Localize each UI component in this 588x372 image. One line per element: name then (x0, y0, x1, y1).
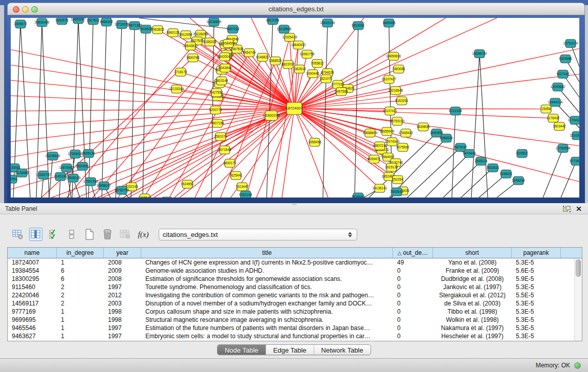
table-row[interactable]: 911546021997Tourette syndrome. Phenomeno… (8, 283, 582, 291)
graph-node-label: 15751074 (563, 41, 578, 45)
graph-node-label: 8813054 (266, 18, 279, 22)
cell: Franke et al. (2009) (433, 267, 512, 275)
column-header-pagerank[interactable]: pagerank (512, 248, 561, 258)
graph-node-label: 9639895 (417, 125, 430, 128)
table-row[interactable]: 946554611997Estimation of the future num… (8, 324, 582, 332)
graph-node-label: 2520651 (76, 164, 89, 168)
close-panel-button[interactable]: ✕ (576, 205, 582, 213)
graph-node-label: 6914061 (352, 24, 365, 27)
create-table-icon[interactable] (83, 228, 96, 241)
graph-node-label: 8163261 (395, 99, 408, 102)
right-margin (585, 5, 588, 203)
cell: 5.3E-5 (512, 308, 561, 316)
cell: 0 (393, 275, 433, 283)
table-select[interactable]: citations_edges.txt (159, 229, 357, 240)
cell: 5.9E-5 (512, 275, 561, 283)
table-row[interactable]: 1830029562008Estimation of significance … (8, 275, 582, 283)
graph-node-label: 7613447 (235, 185, 249, 188)
scrollbar-thumb[interactable] (576, 259, 581, 277)
graph-node-label: 7625441 (229, 173, 243, 177)
float-panel-button[interactable] (563, 206, 571, 212)
graph-node[interactable] (162, 197, 172, 198)
graph-node-label: 9227342 (556, 72, 570, 76)
cell: 22420046 (8, 291, 57, 299)
graph-node-label: 2803144 (215, 79, 228, 82)
table-row[interactable]: 1456911722003Disruption of a novel membe… (8, 299, 582, 308)
table-row[interactable]: 969969511998Structural magnetic resonanc… (8, 316, 582, 324)
graph-node-label: 2935114 (475, 159, 488, 163)
graph-node-label: 9890788 (186, 56, 200, 59)
cell: Tibbo et al. (1998) (433, 308, 512, 316)
table-row[interactable]: 1872400712008Changes of HCN gene express… (8, 258, 582, 267)
graph-node-label: 6794028 (321, 71, 334, 74)
table-settings-icon[interactable] (11, 228, 25, 241)
graph-node-label: 10760554 (556, 146, 571, 150)
cell: 5.3E-5 (512, 324, 561, 332)
delete-table-icon[interactable] (101, 228, 114, 241)
graph-node-label: 18640910 (291, 43, 306, 47)
cell: 2008 (104, 275, 141, 283)
graph-node-label: 6466160 (100, 20, 113, 24)
table-row[interactable]: 977716911998Corpus callosum shape and si… (8, 308, 582, 316)
function-builder-icon[interactable]: f(x) (137, 228, 150, 241)
network-window: citations_edges.txt 18724007183002957963… (7, 3, 585, 203)
cell: 5.3E-5 (512, 332, 561, 340)
graph-node-label: 14136141 (373, 186, 387, 190)
cell: Changes of HCN gene expression and I(f) … (141, 258, 393, 267)
table-panel-title: Table Panel (5, 205, 37, 212)
table-select-value: citations_edges.txt (163, 231, 348, 238)
column-header-in_degree[interactable]: in_degree (57, 248, 104, 258)
table-row[interactable]: 2242004622012Investigating the contribut… (8, 291, 582, 299)
graph-node-label: 12505135 (66, 176, 81, 180)
graph-node-label: 9146821 (256, 55, 269, 59)
tab-node-table[interactable]: Node Table (217, 345, 266, 355)
select-columns-icon[interactable] (47, 228, 60, 241)
tab-edge-table[interactable]: Edge Table (266, 345, 314, 355)
tab-network-table[interactable]: Network Table (314, 345, 371, 355)
combo-stepper-icon (348, 232, 353, 237)
row-options-icon[interactable] (65, 228, 78, 241)
graph-node-label: 9474444 (463, 151, 476, 155)
cell: Dudbridge et al. (2008) (433, 275, 512, 283)
table-panel-header[interactable]: Table Panel ✕ (0, 203, 588, 214)
cell: 1 (57, 308, 104, 316)
table-row[interactable]: 946362711997Embryonic stem cells: a mode… (8, 332, 582, 340)
memory-ok-indicator (574, 362, 581, 369)
graph-node-label: 9152194 (239, 193, 252, 196)
window-titlebar[interactable]: citations_edges.txt (7, 3, 585, 15)
cell: 1997 (104, 324, 141, 332)
graph-node-label: 9984067 (381, 155, 395, 159)
graph-node-label: 10688609 (363, 131, 378, 135)
column-header-title[interactable]: title (141, 248, 393, 258)
cell: Disruption of a novel member of a sodium… (141, 299, 393, 308)
graph-node-label: 7955812 (311, 61, 324, 65)
network-graph-canvas[interactable]: 1872400718300295796382289601288912954232… (11, 18, 579, 198)
graph-node-label: 8912954 (179, 33, 192, 36)
cell: Tourette syndrome. Phenomenology and cla… (141, 283, 393, 291)
column-header-year[interactable]: year (104, 248, 141, 258)
window-title: citations_edges.txt (8, 5, 584, 13)
graph-node-label: 8427552 (210, 91, 223, 94)
cell: 9699695 (8, 316, 57, 324)
graph-node-label: 16671388 (127, 24, 142, 27)
graph-node-label: 8186328 (203, 40, 216, 43)
splitter-handle[interactable] (292, 204, 297, 205)
column-header-name[interactable]: name (8, 248, 57, 258)
cell: 18724007 (8, 258, 57, 267)
cell: Embryonic stem cells: a model to study s… (141, 332, 393, 340)
graph-node-label: 9807154 (211, 121, 224, 125)
table-vertical-scrollbar[interactable] (574, 258, 582, 341)
show-column-icon[interactable] (29, 228, 42, 241)
graph-node-label: 9246011 (500, 172, 513, 176)
graph-node-label: 7632621 (486, 166, 499, 169)
column-header-out_de[interactable]: △out_de… (393, 248, 433, 258)
cell: 5.6E-5 (512, 267, 561, 275)
graph-node-label: 6879197 (454, 145, 467, 149)
column-header-short[interactable]: short (433, 248, 512, 258)
cell: de Silva et al. (2003) (433, 299, 512, 308)
cell: 5.3E-5 (512, 258, 561, 267)
cell: Jankovic et al. (1997) (433, 283, 512, 291)
import-table-icon (119, 228, 132, 241)
graph-node-label: 17359924 (68, 152, 83, 156)
table-row[interactable]: 1938455462009Genome-wide association stu… (8, 267, 582, 275)
